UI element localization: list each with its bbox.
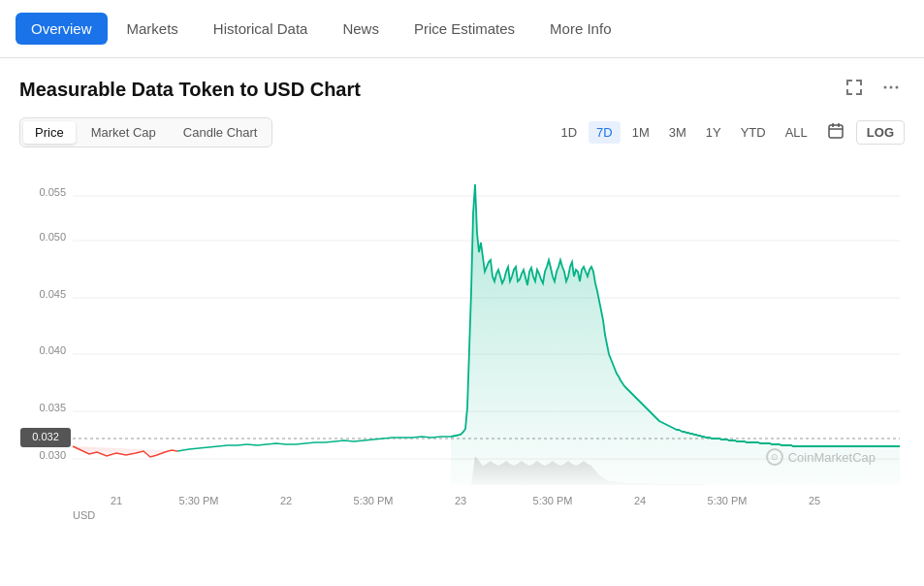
svg-text:25: 25 xyxy=(809,495,820,506)
nav-item-historical-data[interactable]: Historical Data xyxy=(198,13,324,45)
svg-text:24: 24 xyxy=(634,495,646,506)
nav-item-news[interactable]: News xyxy=(327,13,395,45)
top-navigation: Overview Markets Historical Data News Pr… xyxy=(0,0,924,58)
svg-text:5:30 PM: 5:30 PM xyxy=(179,495,219,506)
nav-item-overview[interactable]: Overview xyxy=(16,13,108,45)
svg-point-0 xyxy=(884,86,887,89)
svg-text:0.035: 0.035 xyxy=(39,402,66,413)
tab-market-cap[interactable]: Market Cap xyxy=(80,121,168,144)
chart-title: Measurable Data Token to USD Chart xyxy=(19,79,361,101)
log-scale-button[interactable]: LOG xyxy=(856,120,905,145)
nav-item-markets[interactable]: Markets xyxy=(112,13,194,45)
time-1m[interactable]: 1M xyxy=(624,121,657,144)
calendar-button[interactable] xyxy=(819,118,852,146)
price-chart-svg: 0.055 0.050 0.045 0.040 0.035 0.030 0.03… xyxy=(19,155,905,524)
svg-text:0.030: 0.030 xyxy=(39,449,66,461)
chart-controls: Price Market Cap Candle Chart 1D 7D 1M 3… xyxy=(19,117,905,147)
svg-text:0.040: 0.040 xyxy=(39,344,66,356)
svg-text:5:30 PM: 5:30 PM xyxy=(354,495,394,506)
main-content: Measurable Data Token to USD Chart xyxy=(0,58,924,524)
more-options-button[interactable] xyxy=(877,74,905,106)
chart-area: 0.055 0.050 0.045 0.040 0.035 0.030 0.03… xyxy=(19,155,905,524)
svg-text:21: 21 xyxy=(111,495,122,506)
svg-text:0.032: 0.032 xyxy=(32,431,59,442)
svg-text:0.045: 0.045 xyxy=(39,288,66,300)
time-1d[interactable]: 1D xyxy=(553,121,585,144)
svg-text:0.050: 0.050 xyxy=(39,231,66,243)
svg-text:23: 23 xyxy=(455,495,466,506)
svg-text:5:30 PM: 5:30 PM xyxy=(533,495,573,506)
nav-item-more-info[interactable]: More Info xyxy=(534,13,626,45)
chart-header: Measurable Data Token to USD Chart xyxy=(19,74,905,106)
time-7d[interactable]: 7D xyxy=(589,121,621,144)
svg-point-2 xyxy=(896,86,899,89)
svg-text:USD: USD xyxy=(73,509,95,521)
svg-text:22: 22 xyxy=(280,495,292,506)
svg-point-1 xyxy=(890,86,893,89)
chart-header-actions xyxy=(841,74,905,106)
tab-candle-chart[interactable]: Candle Chart xyxy=(172,121,270,144)
time-1y[interactable]: 1Y xyxy=(698,121,729,144)
time-3m[interactable]: 3M xyxy=(661,121,694,144)
fullscreen-button[interactable] xyxy=(841,74,868,106)
time-all[interactable]: ALL xyxy=(778,121,815,144)
svg-text:0.055: 0.055 xyxy=(39,186,66,198)
chart-type-tabs: Price Market Cap Candle Chart xyxy=(19,117,272,147)
time-controls: 1D 7D 1M 3M 1Y YTD ALL LOG xyxy=(553,118,905,146)
tab-price[interactable]: Price xyxy=(23,121,76,144)
svg-text:5:30 PM: 5:30 PM xyxy=(708,495,748,506)
nav-item-price-estimates[interactable]: Price Estimates xyxy=(398,13,530,45)
svg-rect-3 xyxy=(829,125,843,138)
time-ytd[interactable]: YTD xyxy=(733,121,774,144)
